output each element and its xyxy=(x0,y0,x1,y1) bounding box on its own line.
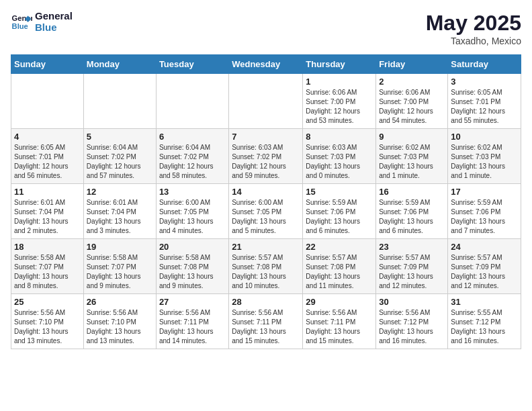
day-number: 20 xyxy=(159,242,226,252)
calendar-subtitle: Taxadho, Mexico xyxy=(426,36,521,46)
day-number: 18 xyxy=(14,242,81,252)
day-number: 31 xyxy=(451,297,518,307)
day-info: Sunrise: 6:02 AM Sunset: 7:03 PM Dayligh… xyxy=(451,143,518,181)
calendar-cell: 19Sunrise: 5:58 AM Sunset: 7:07 PM Dayli… xyxy=(83,239,156,294)
day-info: Sunrise: 5:56 AM Sunset: 7:12 PM Dayligh… xyxy=(379,308,445,346)
weekday-header-thursday: Thursday xyxy=(303,55,376,74)
calendar-cell: 9Sunrise: 6:02 AM Sunset: 7:03 PM Daylig… xyxy=(376,129,448,184)
calendar-cell: 12Sunrise: 6:01 AM Sunset: 7:04 PM Dayli… xyxy=(83,184,156,239)
calendar-cell: 21Sunrise: 5:57 AM Sunset: 7:08 PM Dayli… xyxy=(229,239,303,294)
day-number: 23 xyxy=(379,242,445,252)
day-info: Sunrise: 5:56 AM Sunset: 7:10 PM Dayligh… xyxy=(14,308,81,346)
day-info: Sunrise: 5:59 AM Sunset: 7:06 PM Dayligh… xyxy=(306,198,373,236)
day-number: 17 xyxy=(451,187,518,197)
weekday-header-monday: Monday xyxy=(83,55,156,74)
calendar-cell: 16Sunrise: 5:59 AM Sunset: 7:06 PM Dayli… xyxy=(376,184,448,239)
calendar-cell: 25Sunrise: 5:56 AM Sunset: 7:10 PM Dayli… xyxy=(11,294,84,349)
day-info: Sunrise: 6:04 AM Sunset: 7:02 PM Dayligh… xyxy=(159,143,226,181)
title-block: May 2025 Taxadho, Mexico xyxy=(426,11,521,46)
day-number: 4 xyxy=(14,132,81,142)
day-info: Sunrise: 5:59 AM Sunset: 7:06 PM Dayligh… xyxy=(379,198,445,236)
weekday-header-saturday: Saturday xyxy=(448,55,521,74)
calendar-cell: 15Sunrise: 5:59 AM Sunset: 7:06 PM Dayli… xyxy=(303,184,376,239)
week-row-1: 1Sunrise: 6:06 AM Sunset: 7:00 PM Daylig… xyxy=(11,74,521,129)
calendar-cell: 7Sunrise: 6:03 AM Sunset: 7:02 PM Daylig… xyxy=(229,129,303,184)
calendar-cell xyxy=(229,74,303,129)
day-info: Sunrise: 5:59 AM Sunset: 7:06 PM Dayligh… xyxy=(451,198,518,236)
day-info: Sunrise: 5:58 AM Sunset: 7:07 PM Dayligh… xyxy=(87,253,153,291)
day-info: Sunrise: 5:57 AM Sunset: 7:09 PM Dayligh… xyxy=(451,253,518,291)
week-row-3: 11Sunrise: 6:01 AM Sunset: 7:04 PM Dayli… xyxy=(11,184,521,239)
day-info: Sunrise: 6:03 AM Sunset: 7:02 PM Dayligh… xyxy=(232,143,300,181)
calendar-cell xyxy=(156,74,228,129)
weekday-header-friday: Friday xyxy=(376,55,448,74)
logo: General Blue General Blue xyxy=(11,11,73,33)
weekday-header-wednesday: Wednesday xyxy=(229,55,303,74)
day-info: Sunrise: 6:03 AM Sunset: 7:03 PM Dayligh… xyxy=(306,143,373,181)
day-number: 29 xyxy=(306,297,373,307)
day-info: Sunrise: 5:56 AM Sunset: 7:10 PM Dayligh… xyxy=(87,308,153,346)
calendar-cell: 4Sunrise: 6:05 AM Sunset: 7:01 PM Daylig… xyxy=(11,129,84,184)
calendar-cell: 5Sunrise: 6:04 AM Sunset: 7:02 PM Daylig… xyxy=(83,129,156,184)
day-number: 27 xyxy=(159,297,226,307)
day-info: Sunrise: 5:56 AM Sunset: 7:11 PM Dayligh… xyxy=(159,308,226,346)
day-number: 10 xyxy=(451,132,518,142)
day-number: 14 xyxy=(232,187,300,197)
calendar-cell: 28Sunrise: 5:56 AM Sunset: 7:11 PM Dayli… xyxy=(229,294,303,349)
day-number: 25 xyxy=(14,297,81,307)
day-number: 28 xyxy=(232,297,300,307)
calendar-cell: 17Sunrise: 5:59 AM Sunset: 7:06 PM Dayli… xyxy=(448,184,521,239)
day-number: 8 xyxy=(306,132,373,142)
calendar-cell xyxy=(83,74,156,129)
logo-text-general: General xyxy=(35,11,73,22)
day-info: Sunrise: 6:06 AM Sunset: 7:00 PM Dayligh… xyxy=(306,88,373,126)
calendar-cell: 23Sunrise: 5:57 AM Sunset: 7:09 PM Dayli… xyxy=(376,239,448,294)
day-info: Sunrise: 5:56 AM Sunset: 7:11 PM Dayligh… xyxy=(306,308,373,346)
day-number: 7 xyxy=(232,132,300,142)
calendar-cell: 8Sunrise: 6:03 AM Sunset: 7:03 PM Daylig… xyxy=(303,129,376,184)
calendar-table: SundayMondayTuesdayWednesdayThursdayFrid… xyxy=(11,54,521,349)
day-number: 30 xyxy=(379,297,445,307)
day-info: Sunrise: 6:05 AM Sunset: 7:01 PM Dayligh… xyxy=(14,143,81,181)
day-number: 2 xyxy=(379,77,445,87)
calendar-cell: 3Sunrise: 6:05 AM Sunset: 7:01 PM Daylig… xyxy=(448,74,521,129)
week-row-5: 25Sunrise: 5:56 AM Sunset: 7:10 PM Dayli… xyxy=(11,294,521,349)
day-info: Sunrise: 5:55 AM Sunset: 7:12 PM Dayligh… xyxy=(451,308,518,346)
day-info: Sunrise: 5:58 AM Sunset: 7:08 PM Dayligh… xyxy=(159,253,226,291)
calendar-cell: 22Sunrise: 5:57 AM Sunset: 7:08 PM Dayli… xyxy=(303,239,376,294)
page-header: General Blue General Blue May 2025 Taxad… xyxy=(11,11,521,46)
day-number: 16 xyxy=(379,187,445,197)
calendar-cell: 13Sunrise: 6:00 AM Sunset: 7:05 PM Dayli… xyxy=(156,184,228,239)
day-info: Sunrise: 6:01 AM Sunset: 7:04 PM Dayligh… xyxy=(87,198,153,236)
day-number: 15 xyxy=(306,187,373,197)
weekday-header-tuesday: Tuesday xyxy=(156,55,228,74)
day-number: 5 xyxy=(87,132,153,142)
day-info: Sunrise: 6:00 AM Sunset: 7:05 PM Dayligh… xyxy=(232,198,300,236)
calendar-cell: 18Sunrise: 5:58 AM Sunset: 7:07 PM Dayli… xyxy=(11,239,84,294)
day-info: Sunrise: 6:00 AM Sunset: 7:05 PM Dayligh… xyxy=(159,198,226,236)
calendar-cell: 24Sunrise: 5:57 AM Sunset: 7:09 PM Dayli… xyxy=(448,239,521,294)
day-number: 22 xyxy=(306,242,373,252)
day-info: Sunrise: 5:57 AM Sunset: 7:08 PM Dayligh… xyxy=(306,253,373,291)
week-row-4: 18Sunrise: 5:58 AM Sunset: 7:07 PM Dayli… xyxy=(11,239,521,294)
logo-icon: General Blue xyxy=(11,11,32,33)
day-number: 11 xyxy=(14,187,81,197)
day-info: Sunrise: 5:56 AM Sunset: 7:11 PM Dayligh… xyxy=(232,308,300,346)
day-number: 19 xyxy=(87,242,153,252)
day-number: 12 xyxy=(87,187,153,197)
calendar-cell: 11Sunrise: 6:01 AM Sunset: 7:04 PM Dayli… xyxy=(11,184,84,239)
day-info: Sunrise: 5:57 AM Sunset: 7:08 PM Dayligh… xyxy=(232,253,300,291)
calendar-cell: 1Sunrise: 6:06 AM Sunset: 7:00 PM Daylig… xyxy=(303,74,376,129)
day-number: 24 xyxy=(451,242,518,252)
calendar-cell: 6Sunrise: 6:04 AM Sunset: 7:02 PM Daylig… xyxy=(156,129,228,184)
day-number: 9 xyxy=(379,132,445,142)
calendar-cell: 2Sunrise: 6:06 AM Sunset: 7:00 PM Daylig… xyxy=(376,74,448,129)
day-number: 26 xyxy=(87,297,153,307)
calendar-title: May 2025 xyxy=(426,11,521,36)
svg-text:Blue: Blue xyxy=(12,21,28,30)
calendar-cell: 29Sunrise: 5:56 AM Sunset: 7:11 PM Dayli… xyxy=(303,294,376,349)
day-info: Sunrise: 6:01 AM Sunset: 7:04 PM Dayligh… xyxy=(14,198,81,236)
day-info: Sunrise: 6:05 AM Sunset: 7:01 PM Dayligh… xyxy=(451,88,518,126)
calendar-cell: 30Sunrise: 5:56 AM Sunset: 7:12 PM Dayli… xyxy=(376,294,448,349)
day-info: Sunrise: 6:02 AM Sunset: 7:03 PM Dayligh… xyxy=(379,143,445,181)
